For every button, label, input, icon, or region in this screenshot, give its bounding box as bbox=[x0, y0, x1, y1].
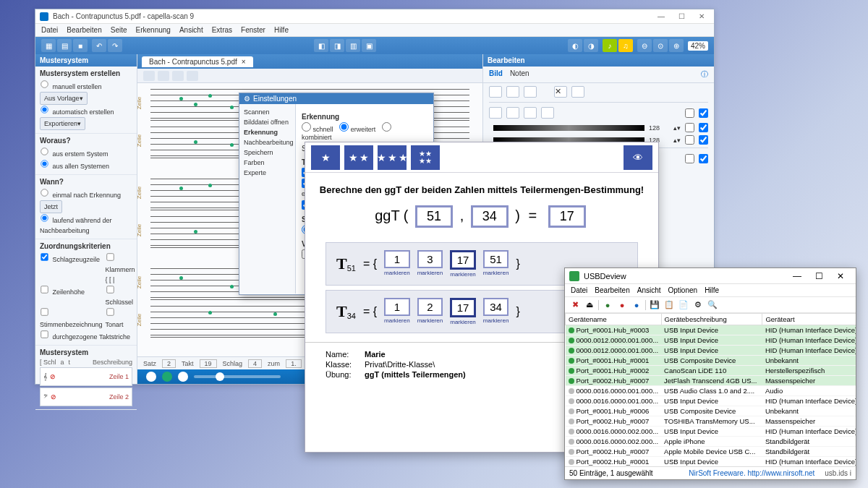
menu-fenster[interactable]: Fenster bbox=[241, 26, 265, 34]
chk-g[interactable] bbox=[685, 154, 694, 163]
subtb-3-icon[interactable] bbox=[172, 71, 184, 81]
menu-optionen[interactable]: Optionen bbox=[668, 286, 698, 294]
chk-a[interactable] bbox=[685, 108, 694, 118]
create-manual[interactable]: manuell erstellen Aus Vorlage▾ bbox=[40, 80, 132, 105]
tool-1-icon[interactable] bbox=[489, 86, 502, 98]
table-row[interactable]: Port_#0002.Hub_#0001USB Input DeviceHID … bbox=[566, 457, 856, 467]
stepper-icon[interactable]: ▴▾ bbox=[673, 124, 681, 132]
find-icon[interactable]: 🔍 bbox=[707, 299, 718, 311]
nav-bilddatei[interactable]: Bilddatei öffnen bbox=[242, 117, 292, 127]
table-row[interactable]: 0000.0016.0000.002.000...USB Input Devic… bbox=[566, 427, 856, 437]
nav-speichern[interactable]: Speichern bbox=[242, 147, 292, 158]
div-cell[interactable]: 17markieren bbox=[450, 298, 476, 325]
shape-4-icon[interactable] bbox=[541, 107, 554, 119]
props-icon[interactable]: 📄 bbox=[678, 299, 689, 311]
val-zum[interactable]: 1. bbox=[286, 359, 302, 368]
maximize-button[interactable]: ☐ bbox=[808, 270, 830, 283]
status-credit[interactable]: NirSoft Freeware. http://www.nirsoft.net bbox=[689, 469, 814, 477]
zoom-value[interactable]: 42% bbox=[688, 41, 708, 51]
nav-nachbearb[interactable]: Nachbearbeitung bbox=[242, 137, 292, 147]
chk-stimme[interactable]: Stimmenbezeichnung bbox=[40, 307, 103, 330]
tb-undo-icon[interactable]: ↶ bbox=[92, 39, 106, 52]
opt-schnell[interactable]: schnell bbox=[302, 126, 333, 133]
playback-slider[interactable] bbox=[194, 375, 281, 378]
tool-x-icon[interactable]: ✕ bbox=[554, 86, 567, 98]
maximize-button[interactable]: ☐ bbox=[673, 12, 689, 22]
tb-zoomin-icon[interactable]: ⊕ bbox=[669, 39, 684, 52]
delete-icon[interactable]: ✖ bbox=[569, 299, 581, 311]
menu-datei[interactable]: Datei bbox=[571, 286, 587, 294]
woraus-all[interactable]: aus allen Systemen bbox=[40, 159, 132, 171]
input-b[interactable]: 34 bbox=[471, 205, 509, 228]
difficulty-3[interactable]: ★★★ bbox=[378, 145, 407, 170]
chk-schluessel[interactable]: Schlüssel bbox=[106, 285, 135, 307]
subtb-4-icon[interactable] bbox=[187, 71, 198, 81]
tab-noten[interactable]: Noten bbox=[510, 69, 529, 80]
menu-hilfe[interactable]: Hilfe bbox=[705, 286, 719, 294]
nav-farben[interactable]: Farben bbox=[242, 158, 292, 168]
table-row[interactable]: Port_#0002.Hub_#0007Apple Mobile Device … bbox=[566, 447, 856, 457]
subtb-1-icon[interactable] bbox=[143, 71, 155, 81]
tab-close-icon[interactable]: × bbox=[242, 58, 246, 66]
chk-h[interactable] bbox=[699, 154, 708, 163]
tb-play-icon[interactable]: ♪ bbox=[603, 39, 617, 52]
tb-rec-icon[interactable]: ♫ bbox=[618, 39, 633, 52]
nav-scannen[interactable]: Scannen bbox=[242, 107, 292, 117]
chk-d[interactable] bbox=[699, 123, 708, 132]
tb-redo-icon[interactable]: ↷ bbox=[108, 39, 122, 52]
enable-icon[interactable]: ● bbox=[602, 299, 613, 311]
input-a[interactable]: 51 bbox=[415, 205, 453, 228]
mus-row-1[interactable]: 𝄞⊘Zeile 1 bbox=[40, 367, 132, 386]
tb-layout2-icon[interactable]: ◨ bbox=[330, 39, 344, 52]
div-cell[interactable]: 17markieren bbox=[450, 250, 476, 278]
tb-layout1-icon[interactable]: ◧ bbox=[314, 39, 328, 52]
nav-erkennung[interactable]: Erkennung bbox=[242, 127, 292, 137]
table-row[interactable]: Port_#0001.Hub_#0006USB Composite Device… bbox=[566, 406, 856, 416]
doc-tab[interactable]: Bach - Contrapunctus 5.pdf× bbox=[142, 56, 253, 67]
table-row[interactable]: Port_#0002.Hub_#0007JetFlash Transcend 4… bbox=[566, 376, 856, 386]
tb-view1-icon[interactable]: ◐ bbox=[568, 39, 582, 52]
shape-2-icon[interactable] bbox=[506, 107, 519, 119]
help-icon[interactable]: ⓘ bbox=[701, 69, 708, 80]
rewind-icon[interactable] bbox=[146, 372, 156, 382]
val-takt[interactable]: 19 bbox=[200, 359, 217, 368]
minimize-button[interactable]: — bbox=[653, 12, 669, 22]
close-button[interactable]: ✕ bbox=[694, 12, 710, 22]
div-cell[interactable]: 2markieren bbox=[417, 298, 443, 325]
tb-layout4-icon[interactable]: ▣ bbox=[362, 39, 376, 52]
menu-ansicht[interactable]: Ansicht bbox=[637, 286, 661, 294]
create-auto[interactable]: automatisch erstellen Exportieren▾ bbox=[40, 105, 132, 130]
minimize-button[interactable]: — bbox=[786, 270, 808, 283]
titlebar[interactable]: Bach - Contrapunctus 5.pdf - capella-sca… bbox=[35, 9, 714, 24]
chk-c[interactable] bbox=[685, 123, 694, 132]
tb-zoomfit-icon[interactable]: ⊙ bbox=[653, 39, 668, 52]
copy-icon[interactable]: 📋 bbox=[663, 299, 675, 311]
chk-zeilenhoehe[interactable]: Zeilenhöhe bbox=[40, 285, 103, 307]
table-row[interactable]: Port_#0001.Hub_#0001USB Composite Device… bbox=[566, 356, 856, 366]
options-icon[interactable]: ⚙ bbox=[692, 299, 704, 311]
menu-ansicht[interactable]: Ansicht bbox=[179, 26, 203, 34]
table-row[interactable]: 0000.0012.0000.001.000...USB Input Devic… bbox=[566, 335, 856, 346]
wann-live[interactable]: laufend während der Nachbearbeitung bbox=[40, 213, 132, 236]
div-cell[interactable]: 3markieren bbox=[417, 250, 443, 278]
menu-bearbeiten[interactable]: Bearbeiten bbox=[595, 286, 629, 294]
device-grid[interactable]: Gerätename Gerätebeschreibung Geräteart … bbox=[565, 313, 856, 466]
gradient-bar[interactable] bbox=[493, 125, 644, 131]
jetzt-btn[interactable]: Jetzt bbox=[40, 200, 62, 213]
save-icon[interactable]: 💾 bbox=[649, 299, 660, 311]
difficulty-2[interactable]: ★★ bbox=[344, 145, 373, 170]
tb-layout3-icon[interactable]: ▥ bbox=[346, 39, 360, 52]
div-cell[interactable]: 51markieren bbox=[483, 250, 509, 278]
tb-zoomout-icon[interactable]: ⊖ bbox=[637, 39, 652, 52]
table-row[interactable]: 0000.0016.0000.001.000...USB Input Devic… bbox=[566, 396, 856, 406]
stop-icon[interactable] bbox=[178, 372, 188, 382]
eject-icon[interactable]: ⏏ bbox=[584, 299, 595, 311]
tb-save-icon[interactable]: ■ bbox=[73, 39, 88, 52]
play-icon[interactable] bbox=[162, 372, 172, 382]
table-row[interactable]: 0000.0012.0000.001.000...USB Input Devic… bbox=[566, 346, 856, 356]
val-schlag[interactable]: 4 bbox=[248, 359, 262, 368]
subtb-2-icon[interactable] bbox=[158, 71, 169, 81]
chk-e[interactable] bbox=[685, 135, 694, 145]
val-satz[interactable]: 2 bbox=[162, 359, 176, 368]
col-type[interactable]: Geräteart bbox=[762, 314, 856, 325]
